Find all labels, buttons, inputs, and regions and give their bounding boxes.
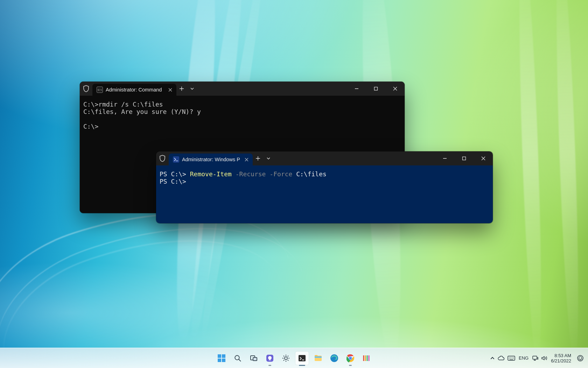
onedrive-icon[interactable] [498,356,505,361]
terminal-body-powershell[interactable]: PS C:\> Remove-Item -Recurse -Force C:\f… [156,165,493,223]
tab-dropdown-button[interactable] [263,154,274,163]
taskbar-center-group [215,352,373,365]
titlebar[interactable]: C:\ Administrator: Command Pro [80,82,405,96]
svg-rect-3 [222,354,225,358]
tab-close-icon[interactable] [245,158,248,162]
new-tab-button[interactable] [176,84,187,94]
cmd-icon: C:\ [97,87,103,93]
system-tray[interactable]: ENG 8:53 AM 6/21/2022 [490,353,586,363]
svg-point-19 [349,357,352,359]
taskbar-app-terminal[interactable] [295,352,309,365]
search-button[interactable] [231,352,244,365]
minimize-button[interactable] [347,82,366,96]
close-button[interactable] [474,151,493,165]
svg-rect-4 [218,359,221,362]
language-indicator[interactable]: ENG [519,355,528,361]
clock-time: 8:53 AM [554,353,571,358]
svg-rect-1 [462,157,465,160]
clock[interactable]: 8:53 AM 6/21/2022 [551,353,571,363]
maximize-button[interactable] [454,151,474,165]
new-tab-button[interactable] [253,154,263,163]
titlebar[interactable]: Administrator: Windows Powe [156,151,493,165]
taskbar-app-file-explorer[interactable] [312,352,325,365]
tray-overflow-icon[interactable] [490,356,495,361]
maximize-button[interactable] [366,82,385,96]
tab-cmd[interactable]: C:\ Administrator: Command Pro [92,84,176,96]
window-powershell[interactable]: Administrator: Windows Powe [156,151,493,223]
taskbar[interactable]: ENG 8:53 AM 6/21/2022 [0,348,588,368]
keyboard-icon[interactable] [507,355,515,361]
shield-icon [158,154,167,163]
notifications-icon[interactable] [577,355,584,362]
task-view-button[interactable] [247,352,260,365]
tab-title: Administrator: Windows Powe [182,157,240,162]
taskbar-app-generic[interactable] [360,352,373,365]
powershell-icon [173,156,179,163]
shield-icon [82,84,90,93]
desktop: C:\ Administrator: Command Pro [0,0,588,368]
network-icon[interactable] [532,355,538,361]
tab-title: Administrator: Command Pro [106,87,163,93]
tab-dropdown-button[interactable] [187,84,197,94]
taskbar-app-edge[interactable] [328,352,341,365]
taskbar-app-settings[interactable] [279,352,293,365]
taskbar-app-chrome[interactable] [344,352,357,365]
svg-point-10 [268,356,272,360]
svg-rect-5 [222,359,225,362]
svg-rect-8 [253,357,257,361]
taskbar-app-chat[interactable] [263,352,276,365]
svg-rect-0 [374,87,377,90]
svg-rect-12 [299,355,306,361]
tab-close-icon[interactable] [168,88,172,92]
svg-rect-14 [315,356,322,358]
start-button[interactable] [215,352,228,365]
svg-point-11 [285,357,287,360]
close-button[interactable] [385,82,405,96]
volume-icon[interactable] [541,355,547,361]
svg-rect-21 [533,356,537,359]
clock-date: 6/21/2022 [551,358,571,363]
tab-powershell[interactable]: Administrator: Windows Powe [169,154,253,165]
svg-rect-2 [218,354,221,358]
minimize-button[interactable] [435,151,454,165]
